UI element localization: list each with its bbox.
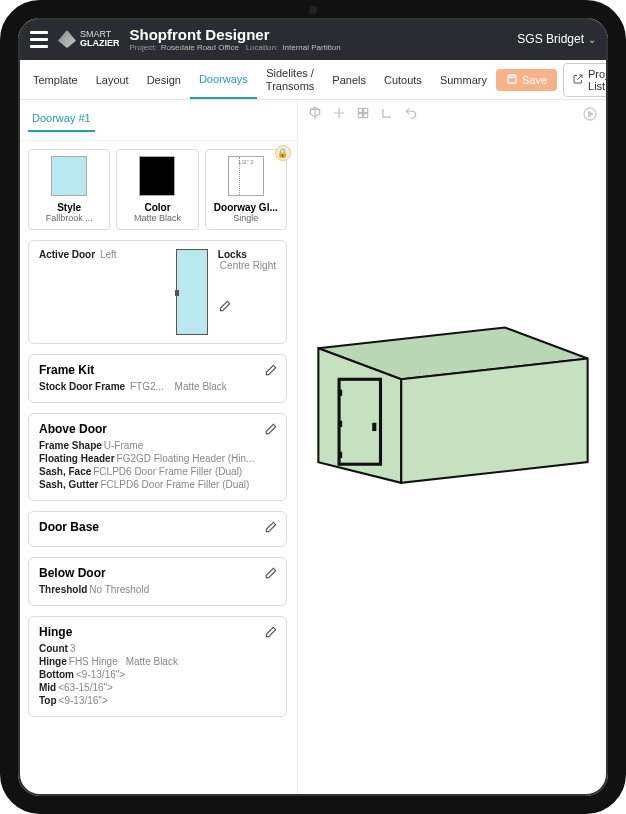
view-shape-icon[interactable] — [380, 106, 394, 123]
tab-layout[interactable]: Layout — [87, 60, 138, 99]
view-tools — [308, 106, 418, 123]
style-selector[interactable]: Style Fallbrook ... — [28, 149, 110, 230]
svg-rect-4 — [358, 114, 362, 118]
svg-rect-2 — [358, 108, 362, 112]
glass-selector[interactable]: 1/2" 2 Doorway Gl... Single 🔒 — [205, 149, 287, 230]
save-icon — [506, 73, 518, 87]
color-selector[interactable]: Color Matte Black — [116, 149, 198, 230]
edit-icon[interactable] — [218, 299, 232, 313]
app-title: Shopfront Designer — [130, 26, 508, 43]
project-meta: Project: Rosedale Road Office Location: … — [130, 43, 508, 52]
below-door-card: Below Door ThresholdNo Threshold — [28, 557, 287, 606]
view-cube-icon[interactable] — [308, 106, 322, 123]
tab-sidelites[interactable]: Sidelites / Transoms — [257, 60, 323, 99]
tab-summary[interactable]: Summary — [431, 60, 496, 99]
svg-rect-11 — [339, 379, 380, 464]
main-tabs: Template Layout Design Doorways Sidelite… — [18, 60, 608, 100]
edit-icon[interactable] — [264, 566, 278, 580]
selector-row: Style Fallbrook ... Color Matte Black 1/… — [28, 149, 287, 230]
svg-rect-15 — [372, 423, 376, 431]
edit-icon[interactable] — [264, 363, 278, 377]
tab-doorways[interactable]: Doorways — [190, 60, 257, 99]
menu-icon[interactable] — [30, 31, 48, 48]
tab-cutouts[interactable]: Cutouts — [375, 60, 431, 99]
chevron-down-icon: ⌄ — [588, 34, 596, 45]
lock-icon: 🔒 — [275, 145, 291, 161]
active-door-card: Active Door Left Locks Centre Right — [28, 240, 287, 344]
user-menu[interactable]: SGS Bridget ⌄ — [517, 32, 596, 46]
edit-icon[interactable] — [264, 625, 278, 639]
subtab-doorway-1[interactable]: Doorway #1 — [28, 106, 95, 132]
3d-render[interactable] — [308, 300, 598, 500]
external-link-icon — [572, 73, 584, 87]
door-base-card: Door Base — [28, 511, 287, 547]
svg-rect-0 — [508, 75, 516, 83]
svg-rect-12 — [339, 390, 342, 396]
svg-rect-5 — [364, 114, 368, 118]
svg-marker-10 — [401, 359, 587, 483]
save-button[interactable]: Save — [496, 69, 557, 91]
svg-rect-3 — [364, 108, 368, 112]
left-panel: Doorway #1 Style Fallbrook ... Color Mat… — [18, 100, 298, 796]
undo-icon[interactable] — [404, 106, 418, 123]
tab-template[interactable]: Template — [24, 60, 87, 99]
tab-design[interactable]: Design — [138, 60, 190, 99]
top-bar: SMART GLAZIER Shopfront Designer Project… — [18, 18, 608, 60]
above-door-card: Above Door Frame ShapeU-Frame Floating H… — [28, 413, 287, 501]
edit-icon[interactable] — [264, 520, 278, 534]
project-list-button[interactable]: Project List — [563, 63, 608, 97]
brand-logo: SMART GLAZIER — [58, 30, 120, 48]
play-icon[interactable] — [582, 106, 598, 126]
svg-rect-1 — [510, 75, 514, 78]
preview-pane — [298, 100, 608, 796]
frame-kit-card: Frame Kit Stock Door Frame FTG2... Matte… — [28, 354, 287, 403]
door-preview — [176, 249, 208, 335]
tab-panels[interactable]: Panels — [323, 60, 375, 99]
view-move-icon[interactable] — [332, 106, 346, 123]
view-grid-icon[interactable] — [356, 106, 370, 123]
hinge-card: Hinge Count3 HingeFHS HingeMatte Black B… — [28, 616, 287, 717]
svg-rect-14 — [339, 452, 342, 458]
edit-icon[interactable] — [264, 422, 278, 436]
svg-rect-13 — [339, 421, 342, 427]
